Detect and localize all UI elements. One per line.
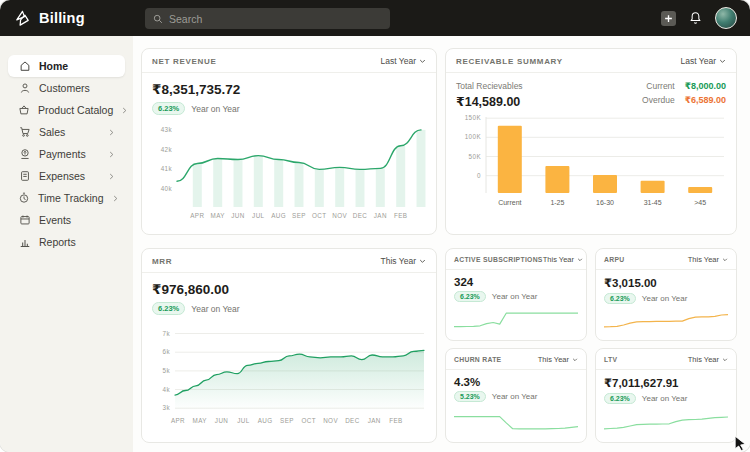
sidebar-item-sales[interactable]: Sales	[8, 121, 125, 143]
topbar-actions	[661, 7, 750, 29]
chevron-right-icon	[108, 129, 115, 136]
app-title: Billing	[39, 10, 85, 26]
svg-text:100K: 100K	[465, 133, 482, 140]
period-selector[interactable]: Last Year	[381, 56, 426, 66]
receivable-aging-chart: 150K100K50K0Current1-2516-3031-45>45	[456, 113, 726, 217]
svg-text:1-25: 1-25	[550, 199, 564, 206]
sidebar-item-product-catalog[interactable]: Product Catalog	[8, 99, 125, 121]
period-label: This Year	[381, 256, 416, 266]
search-icon	[153, 14, 163, 24]
receivable-summary-card: RECEIVABLE SUMMARY Last Year Total Recie…	[445, 48, 737, 235]
sidebar-item-home[interactable]: Home	[8, 55, 125, 77]
ltv-sparkline	[604, 411, 728, 433]
arpu-card: ARPU This Year ₹3,015.00 6.23% Year on Y…	[595, 248, 737, 341]
sidebar-item-events[interactable]: Events	[8, 209, 125, 231]
period-label: This Year	[688, 355, 719, 364]
sidebar-item-time-tracking[interactable]: Time Tracking	[8, 187, 125, 209]
billing-logo-icon	[13, 9, 32, 28]
add-new-button[interactable]	[661, 11, 676, 26]
chevron-down-icon	[719, 59, 726, 64]
search-bar[interactable]	[145, 8, 390, 29]
period-selector[interactable]: This Year	[543, 255, 583, 264]
topbar: Billing	[0, 0, 750, 36]
svg-text:50K: 50K	[469, 153, 482, 160]
svg-text:SEP: SEP	[292, 212, 306, 219]
payments-icon	[18, 148, 31, 160]
delta-badge: 6.23%	[454, 291, 486, 302]
sidebar-item-payments[interactable]: Payments	[8, 143, 125, 165]
delta-caption: Year on Year	[642, 294, 688, 303]
app-window: Billing Home Custome	[0, 0, 750, 452]
svg-text:3k: 3k	[163, 404, 171, 411]
ltv-value: ₹7,011,627.91	[604, 376, 728, 390]
svg-text:OCT: OCT	[302, 417, 317, 424]
search-input[interactable]	[169, 13, 382, 25]
period-selector[interactable]: This Year	[381, 256, 426, 266]
period-selector[interactable]: This Year	[688, 355, 728, 364]
card-header: RECEIVABLE SUMMARY Last Year	[446, 49, 736, 73]
svg-text:Current: Current	[498, 199, 521, 206]
card-header: ARPU This Year	[596, 249, 736, 270]
sidebar-item-reports[interactable]: Reports	[8, 231, 125, 253]
chevron-down-icon	[577, 258, 583, 262]
period-selector[interactable]: This Year	[688, 255, 728, 264]
churn-rate-sparkline	[454, 411, 578, 433]
overdue-value: ₹6,589.00	[685, 95, 726, 105]
sidebar-item-label: Home	[39, 60, 68, 72]
sidebar-item-label: Reports	[39, 236, 76, 248]
card-header: CHURN RATE This Year	[446, 349, 586, 370]
svg-text:41k: 41k	[161, 165, 173, 172]
churn-rate-value: 4.3%	[454, 376, 578, 388]
svg-text:40k: 40k	[161, 185, 173, 192]
mrr-value: ₹976,860.00	[152, 281, 426, 297]
card-header: LTV This Year	[596, 349, 736, 370]
svg-text:31-45: 31-45	[644, 199, 662, 206]
arpu-sparkline	[604, 309, 728, 331]
sidebar-item-label: Expenses	[39, 170, 85, 182]
bell-icon	[689, 11, 702, 25]
svg-text:6k: 6k	[163, 348, 171, 355]
card-header: ACTIVE SUBSCRIPTIONS This Year	[446, 249, 586, 270]
home-icon	[18, 60, 31, 72]
notifications-button[interactable]	[689, 11, 702, 25]
svg-text:MAY: MAY	[193, 417, 208, 424]
svg-text:AUG: AUG	[258, 417, 273, 424]
brand: Billing	[0, 9, 85, 28]
svg-text:16-30: 16-30	[596, 199, 614, 206]
avatar[interactable]	[715, 7, 737, 29]
period-selector[interactable]: This Year	[538, 355, 578, 364]
current-label: Current	[642, 81, 675, 91]
active-subscriptions-sparkline	[454, 309, 578, 331]
delta-caption: Year on Year	[191, 304, 239, 314]
card-title: NET REVENUE	[152, 57, 217, 66]
net-revenue-chart: 43k42k41k40kAPRMAYJUNJULAUGSEPOCTNOVDECJ…	[152, 119, 426, 225]
mrr-chart: 7k6k5k4k3kAPRMAYJUNJULAUGSEPOCTNOVDECJAN…	[152, 319, 426, 437]
current-value: ₹8,000.00	[685, 81, 726, 91]
svg-text:AUG: AUG	[271, 212, 286, 219]
svg-text:FEB: FEB	[394, 212, 407, 219]
card-title: ACTIVE SUBSCRIPTIONS	[454, 256, 543, 263]
svg-text:OCT: OCT	[312, 212, 327, 219]
svg-text:DEC: DEC	[353, 212, 368, 219]
time-tracking-icon	[18, 192, 30, 204]
chevron-down-icon	[572, 358, 578, 362]
period-selector[interactable]: Last Year	[681, 56, 726, 66]
svg-text:JUN: JUN	[231, 212, 244, 219]
reports-icon	[18, 236, 31, 248]
sidebar-item-label: Payments	[39, 148, 86, 160]
svg-text:JAN: JAN	[374, 212, 387, 219]
plus-icon	[664, 14, 673, 23]
chevron-down-icon	[419, 259, 426, 264]
chevron-right-icon	[108, 151, 115, 158]
sidebar-item-expenses[interactable]: Expenses	[8, 165, 125, 187]
sidebar-item-label: Time Tracking	[38, 192, 104, 204]
overdue-label: Overdue	[642, 95, 675, 105]
period-label: This Year	[538, 355, 569, 364]
svg-text:>45: >45	[694, 199, 706, 206]
sidebar-item-label: Customers	[39, 82, 90, 94]
svg-text:MAY: MAY	[211, 212, 226, 219]
delta-caption: Year on Year	[492, 292, 538, 301]
customers-icon	[18, 82, 31, 94]
svg-text:NOV: NOV	[323, 417, 338, 424]
sidebar-item-customers[interactable]: Customers	[8, 77, 125, 99]
